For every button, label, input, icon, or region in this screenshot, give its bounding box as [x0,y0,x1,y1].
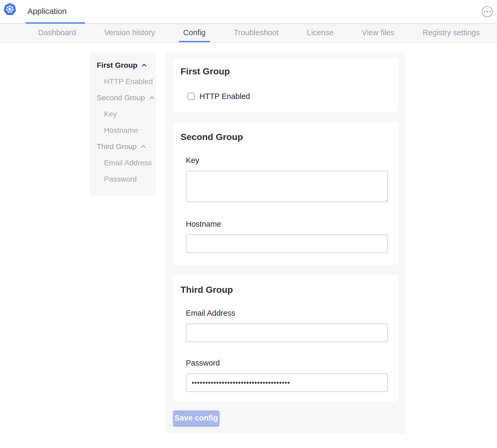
more-menu-button[interactable] [482,6,493,17]
sidebar-item-hostname[interactable]: Hostname [90,122,156,138]
ellipsis-icon [484,11,486,13]
email-address-label: Email Address [186,309,391,318]
nav-tab-license[interactable]: License [303,24,338,42]
group-title: First Group [181,66,391,77]
password-label: Password [186,359,391,367]
config-panel: First Group HTTP Enabled Second Group Ke… [166,51,406,433]
nav-tab-config[interactable]: Config [179,24,210,42]
tab-application-label: Application [27,7,67,16]
nav-tab-view-files[interactable]: View files [358,24,399,42]
tab-application[interactable]: Application [26,0,85,23]
nav-tab-dashboard[interactable]: Dashboard [34,24,80,42]
checkbox-label: HTTP Enabled [199,92,250,101]
group-title: Second Group [181,132,391,142]
key-textarea[interactable] [186,171,388,202]
sidebar-item-password[interactable]: Password [90,171,156,187]
password-input[interactable] [186,373,388,392]
chevron-up-icon [148,94,155,101]
sidebar-item-key[interactable]: Key [90,106,156,122]
nav-tab-version-history[interactable]: Version history [100,24,159,42]
kubernetes-logo-icon [4,3,16,15]
hostname-input[interactable] [186,234,388,253]
group-title: Third Group [181,285,391,295]
sidebar-item-second-group[interactable]: Second Group [90,90,156,106]
hostname-label: Hostname [186,220,391,229]
key-label: Key [186,156,391,165]
app-header: Application [0,0,497,24]
nav-tab-troubleshoot[interactable]: Troubleshoot [230,24,283,42]
sidebar-item-http-enabled[interactable]: HTTP Enabled [90,73,156,90]
config-sidebar: First Group HTTP Enabled Second Group Ke… [90,51,156,196]
sidebar-item-third-group[interactable]: Third Group [90,138,156,155]
chevron-up-icon [140,143,147,150]
chevron-up-icon [141,62,148,69]
config-group-third: Third Group Email Address Password [173,275,398,402]
config-page: First Group HTTP Enabled Second Group Ke… [0,43,497,447]
config-group-second: Second Group Key Hostname [173,122,398,265]
save-config-button[interactable]: Save config [173,410,220,426]
sidebar-item-email-address[interactable]: Email Address [90,155,156,171]
http-enabled-checkbox-row[interactable]: HTTP Enabled [187,92,391,101]
app-nav: Dashboard Version history Config Trouble… [0,24,497,43]
nav-tab-registry-settings[interactable]: Registry settings [418,24,484,42]
http-enabled-checkbox[interactable] [187,93,195,100]
email-address-input[interactable] [186,323,388,342]
sidebar-item-first-group[interactable]: First Group [90,57,156,73]
config-group-first: First Group HTTP Enabled [173,58,398,112]
